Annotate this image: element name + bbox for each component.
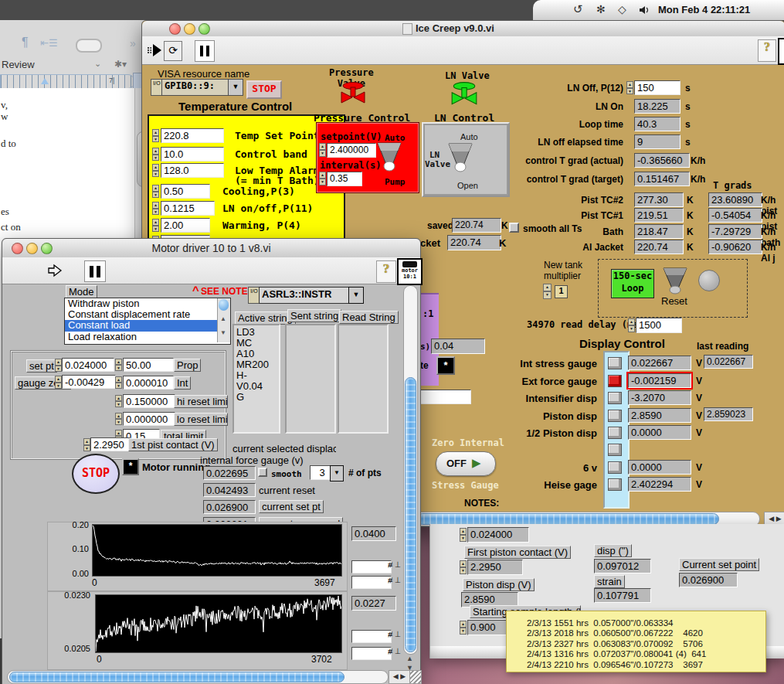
active-string-item[interactable]: MR200 — [236, 359, 277, 370]
volume-icon[interactable] — [638, 4, 650, 16]
visa-dropdown-button[interactable]: ▼ — [228, 79, 243, 96]
word-toolbar-pill[interactable] — [76, 39, 102, 53]
smooth-all-checkbox[interactable] — [509, 223, 519, 233]
sent-string-list[interactable] — [285, 324, 336, 434]
ice-stop-button[interactable]: STOP — [246, 80, 282, 99]
g1-scale-icons1[interactable]: ⧥ ⊥ — [388, 560, 400, 570]
active-string-item[interactable]: A10 — [236, 349, 277, 359]
indent-left-icon[interactable]: ⇤☰ — [40, 37, 58, 49]
smooth-checkbox[interactable] — [258, 468, 267, 477]
word-tab-review[interactable]: Review — [2, 59, 35, 70]
g2-scale-box2[interactable] — [351, 647, 392, 660]
ruler-marker[interactable] — [41, 78, 49, 84]
zero-internal-switch[interactable]: OFF ▶ — [436, 451, 496, 476]
pid-row-spinner[interactable]: ▲▼ — [115, 395, 122, 407]
zoom-button[interactable] — [199, 23, 210, 35]
pressure-valve-icon[interactable] — [339, 81, 367, 107]
new-tank-value[interactable]: 1 — [555, 285, 568, 298]
spotlight-diamond-icon[interactable]: ◇ — [618, 3, 626, 15]
run-continuous-button[interactable]: ⟳ — [164, 41, 182, 61]
gear-icon[interactable]: ✱▾ — [114, 59, 127, 70]
g1-scale-box2[interactable] — [351, 576, 392, 589]
display-row-button[interactable] — [608, 444, 622, 456]
temp-row-spinner[interactable]: ▲▼ — [152, 202, 159, 215]
mode-list-scrollbar[interactable]: ▲ ▼ — [217, 298, 230, 342]
scroll-up-arrow[interactable]: ▲ — [220, 315, 226, 322]
motor-horizontal-scrollbar[interactable] — [7, 670, 389, 684]
temp-row-value[interactable]: 128.0 — [161, 163, 224, 178]
active-string-item[interactable]: V0.04 — [236, 381, 277, 392]
motor-vscroll-up-arrow[interactable]: ▲ — [406, 655, 413, 662]
starburst-icon[interactable]: ✻ — [596, 3, 606, 15]
active-string-item[interactable]: G — [236, 392, 277, 403]
starting-length-spinner[interactable]: ▲▼ — [460, 621, 467, 635]
help-button[interactable]: ? — [758, 39, 776, 62]
round-button[interactable] — [698, 270, 720, 291]
motor-scroll-arrows[interactable]: ◀ ▶ — [389, 670, 410, 684]
temp-row-value[interactable]: 2.00 — [161, 218, 210, 233]
mode-list-item[interactable]: Constant displacement rate — [65, 309, 217, 320]
first-piston-contact-value[interactable]: 2.2950 — [467, 560, 523, 575]
temp-row-value[interactable]: 10.0 — [161, 147, 224, 162]
temp-row-spinner[interactable]: ▲▼ — [152, 219, 159, 232]
help-button[interactable]: ? — [376, 260, 396, 283]
read-delay-spinner[interactable]: ▲▼ — [628, 318, 635, 332]
motor-visa-dropdown-button[interactable]: ▼ — [348, 287, 364, 304]
g1-scale-icons2[interactable]: ⧥ ⊥ — [388, 575, 400, 585]
first-piston-contact-spinner[interactable]: ▲▼ — [460, 560, 467, 574]
temp-row-spinner[interactable]: ▲▼ — [152, 148, 159, 161]
g2-scale-icons2[interactable]: ⧥ ⊥ — [388, 646, 400, 656]
active-string-item[interactable]: MC — [236, 338, 277, 349]
temp-row-value[interactable]: 220.8 — [161, 128, 224, 143]
display-row-button[interactable] — [608, 357, 622, 369]
active-string-item[interactable]: LD3 — [236, 327, 277, 338]
mode-list-item[interactable]: Withdraw piston — [65, 298, 217, 309]
active-string-item[interactable]: H- — [236, 370, 277, 381]
interval-value[interactable]: 0.35 — [327, 172, 362, 186]
motor-visa-combo[interactable]: ASRL3::INSTR — [259, 287, 355, 304]
motor-vertical-scrollbar-thumb[interactable] — [405, 377, 416, 652]
interval-spinner[interactable]: ▲▼ — [319, 172, 326, 185]
set-pt-value[interactable]: 0.024000 — [62, 358, 114, 372]
update-checkbox-icon[interactable]: * — [436, 356, 455, 375]
pid-row-spinner[interactable]: ▲▼ — [115, 376, 122, 389]
motor-running-checkbox[interactable]: * — [122, 458, 139, 475]
pause-button[interactable] — [195, 40, 215, 62]
gauge-zero-spinner[interactable]: ▲▼ — [55, 376, 62, 389]
display-row-button[interactable] — [608, 461, 622, 474]
pid-row-spinner[interactable]: ▲▼ — [115, 413, 122, 425]
display-row-button[interactable] — [608, 410, 622, 422]
motor-title-bar[interactable]: Motor driver 10 to 1 v8.vi — [2, 239, 420, 258]
first-contact-spinner[interactable]: ▲▼ — [83, 438, 90, 451]
ice-title-bar[interactable]: Ice Creep v9.0.vi — [142, 21, 784, 37]
new-tank-spinner[interactable]: ▲▼ — [543, 284, 552, 299]
timing-row-value[interactable]: 150 — [634, 80, 680, 95]
temp-row-spinner[interactable]: ▲▼ — [152, 164, 159, 177]
pid-row-value[interactable]: 0.000000 — [123, 412, 175, 426]
pilcrow-icon[interactable]: ¶ — [22, 36, 29, 49]
gauge-zero-value[interactable]: -0.00429 — [62, 375, 116, 389]
notes-window[interactable]: 2/3/13 1551 hrs 0.057000"/0.063334 2/3/1… — [506, 611, 766, 672]
chevron-down-icon[interactable]: ⌄ — [94, 59, 101, 69]
setpoint-spinner[interactable]: ▲▼ — [319, 143, 326, 157]
g2-scale-icons1[interactable]: ⧥ ⊥ — [388, 629, 400, 639]
first-contact-value[interactable]: 2.2950 — [90, 437, 131, 451]
temp-row-value[interactable]: 0.1215 — [161, 201, 215, 216]
resize-grip[interactable] — [409, 670, 422, 684]
chevrons-icon[interactable]: » — [130, 37, 136, 49]
run-button-icon[interactable] — [47, 263, 63, 278]
pid-row-spinner[interactable]: ▲▼ — [115, 359, 122, 371]
reset-knob[interactable] — [661, 267, 689, 296]
small-text-field[interactable] — [420, 390, 471, 404]
setpt-spinner[interactable]: ▲▼ — [460, 528, 467, 542]
pause-button[interactable] — [84, 260, 106, 282]
motor-horizontal-scrollbar-thumb[interactable] — [9, 672, 344, 682]
setpt-value[interactable]: 0.024000 — [467, 527, 529, 543]
menu-clock[interactable]: Mon Feb 4 22:11:21 — [658, 4, 750, 15]
g2-scale-box1[interactable] — [351, 630, 392, 643]
temp-row-spinner[interactable]: ▲▼ — [152, 185, 159, 198]
read-string-list[interactable] — [338, 324, 389, 434]
pid-row-value[interactable]: 0.150000 — [123, 394, 175, 408]
loop-indicator[interactable]: 150-sec Loop — [611, 269, 654, 298]
display-row-button[interactable] — [608, 478, 622, 491]
